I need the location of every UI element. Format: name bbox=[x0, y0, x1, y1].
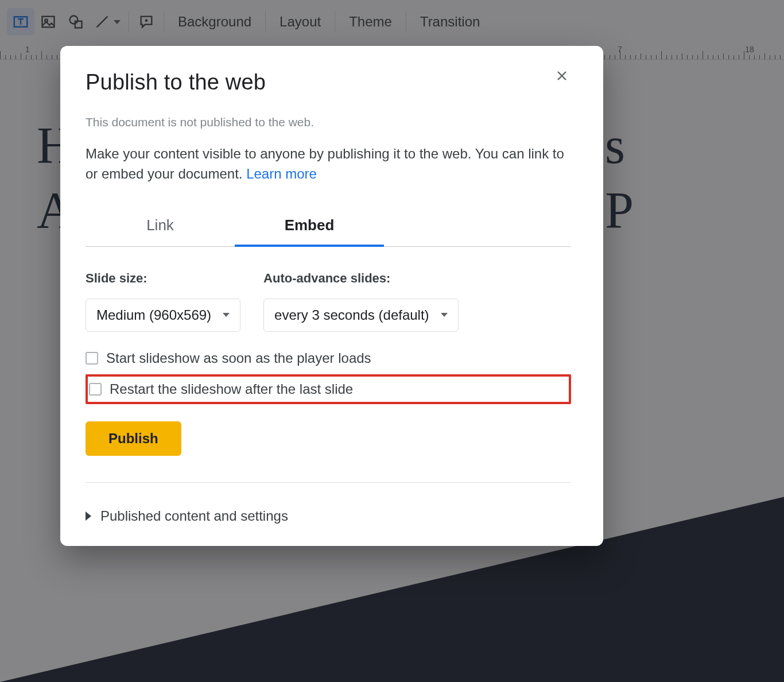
slide-size-select[interactable]: Medium (960x569) bbox=[86, 299, 240, 332]
publish-button[interactable]: Publish bbox=[86, 421, 181, 456]
expander-label: Published content and settings bbox=[100, 508, 288, 524]
dialog-title: Publish to the web bbox=[86, 70, 571, 95]
learn-more-link[interactable]: Learn more bbox=[246, 166, 317, 181]
publish-status: This document is not published to the we… bbox=[86, 115, 571, 129]
publish-dialog: Publish to the web This document is not … bbox=[60, 46, 603, 546]
embed-options-row: Slide size: Medium (960x569) Auto-advanc… bbox=[86, 271, 571, 332]
chevron-right-icon bbox=[86, 512, 91, 521]
auto-advance-field: Auto-advance slides: every 3 seconds (de… bbox=[263, 271, 458, 332]
description-text: Make your content visible to anyone by p… bbox=[86, 146, 564, 181]
checkbox-icon bbox=[89, 383, 102, 396]
divider bbox=[86, 482, 571, 483]
tab-link[interactable]: Link bbox=[86, 216, 235, 246]
chevron-down-icon bbox=[441, 313, 448, 317]
embed-checklist: Start slideshow as soon as the player lo… bbox=[86, 346, 571, 404]
chevron-down-icon bbox=[223, 313, 230, 317]
close-icon bbox=[555, 69, 569, 85]
publish-tabs: Link Embed bbox=[86, 216, 571, 247]
close-button[interactable] bbox=[550, 65, 573, 88]
slide-size-value: Medium (960x569) bbox=[96, 307, 211, 323]
restart-slideshow-label: Restart the slideshow after the last sli… bbox=[110, 381, 353, 397]
auto-advance-select[interactable]: every 3 seconds (default) bbox=[263, 299, 458, 332]
published-content-expander[interactable]: Published content and settings bbox=[86, 508, 571, 524]
start-slideshow-label: Start slideshow as soon as the player lo… bbox=[106, 350, 371, 366]
auto-advance-label: Auto-advance slides: bbox=[263, 271, 390, 286]
restart-slideshow-checkbox-row[interactable]: Restart the slideshow after the last sli… bbox=[89, 379, 353, 400]
publish-description: Make your content visible to anyone by p… bbox=[86, 144, 571, 184]
auto-advance-value: every 3 seconds (default) bbox=[274, 307, 429, 323]
annotation-highlight: Restart the slideshow after the last sli… bbox=[86, 374, 571, 404]
checkbox-icon bbox=[86, 352, 98, 365]
tab-embed[interactable]: Embed bbox=[235, 216, 384, 247]
start-slideshow-checkbox-row[interactable]: Start slideshow as soon as the player lo… bbox=[86, 346, 571, 371]
slide-size-field: Slide size: Medium (960x569) bbox=[86, 271, 240, 332]
slide-size-label: Slide size: bbox=[86, 271, 148, 286]
